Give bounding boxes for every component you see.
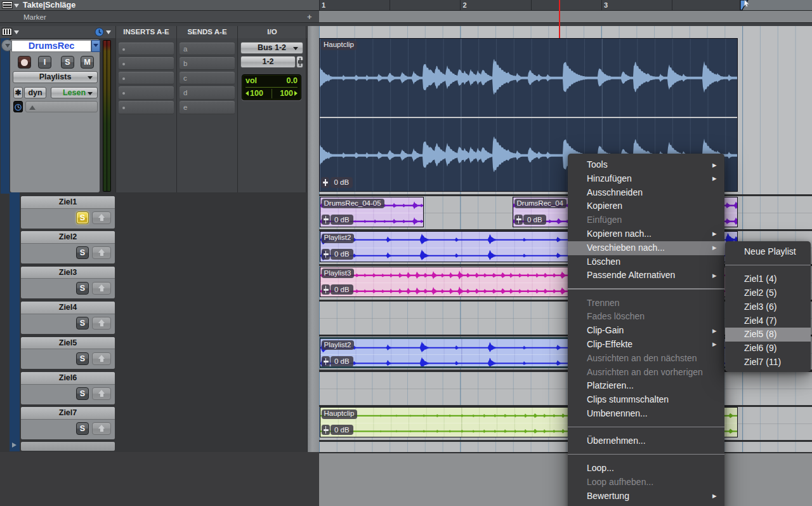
menu-item-hinzuf-gen[interactable]: Hinzufügen▶ <box>568 172 724 186</box>
clip-gain-control[interactable]: 0 dB <box>322 249 353 260</box>
output-window-button[interactable] <box>296 56 303 68</box>
record-enable-button[interactable] <box>18 56 31 69</box>
playlists-selector[interactable]: Playlists <box>13 71 98 83</box>
insert-slot[interactable] <box>119 72 174 85</box>
submenu-item-neue-playlist[interactable]: Neue Playlist <box>725 245 811 259</box>
input-monitor-button[interactable]: I <box>38 56 51 69</box>
elastic-audio-slot[interactable] <box>25 101 98 112</box>
menu-item-bewertung[interactable]: Bewertung▶ <box>568 489 724 503</box>
submenu-item-ziel6-9[interactable]: Ziel6 (9) <box>725 342 811 356</box>
clip-gain-control[interactable]: 0 dB <box>514 215 546 225</box>
lane-name[interactable]: Ziel1 <box>21 196 115 209</box>
track-view-dropdown-icon[interactable] <box>14 30 19 34</box>
insert-slot[interactable] <box>119 86 174 100</box>
bars-beats-ruler[interactable] <box>319 0 812 10</box>
menu-item-verschieben-nach[interactable]: Verschieben nach...▶ <box>568 241 724 255</box>
mute-button[interactable]: M <box>81 56 94 69</box>
clip-ziel1a[interactable]: DrumsRec_04-050 dB <box>320 197 424 228</box>
ruler-list-icon[interactable] <box>2 1 13 9</box>
insert-slot[interactable] <box>119 101 174 114</box>
copy-to-main-button[interactable] <box>92 211 111 224</box>
menu-item-passende-alternativen[interactable]: Passende Alternativen▶ <box>568 269 724 283</box>
lane-expand-arrow-icon[interactable] <box>12 443 16 448</box>
track-view-icon[interactable] <box>2 28 12 36</box>
pane-divider[interactable] <box>307 26 319 452</box>
submenu-item-ziel7-11[interactable]: Ziel7 (11) <box>725 356 811 370</box>
output-path-selector[interactable]: 1-2 <box>240 56 296 68</box>
submenu-item-ziel4-7[interactable]: Ziel4 (7) <box>725 314 811 328</box>
clock-icon[interactable] <box>95 27 104 37</box>
menu-item-clip-gain[interactable]: Clip-Gain▶ <box>568 324 724 338</box>
send-slot[interactable]: a <box>180 43 235 56</box>
lane-solo-button[interactable]: S <box>76 387 89 400</box>
submenu-item-ziel2-5[interactable]: Ziel2 (5) <box>725 286 811 300</box>
timebase-clock-button[interactable] <box>13 101 23 112</box>
send-slot[interactable]: d <box>180 86 235 100</box>
vol-label[interactable]: vol <box>246 75 257 87</box>
menu-item-umbenennen[interactable]: Umbenennen... <box>568 407 724 421</box>
menu-item-clips-stummschalten[interactable]: Clips stummschalten <box>568 393 724 407</box>
track-name[interactable]: DrumsRec <box>11 40 91 52</box>
clip-gain-control[interactable]: 0 dB <box>322 215 353 225</box>
session-end-marker-icon[interactable] <box>740 0 752 11</box>
sends-column-header[interactable]: SENDS A-E <box>177 28 237 36</box>
lane-solo-button[interactable]: S <box>76 422 89 435</box>
menu-item-ausschneiden[interactable]: Ausschneiden <box>568 186 724 200</box>
star-button[interactable]: ✱ <box>13 87 23 98</box>
marker-lane[interactable] <box>319 11 812 22</box>
send-slot[interactable]: c <box>180 72 235 85</box>
lane-solo-button[interactable]: S <box>76 352 89 365</box>
ruler-title[interactable]: Takte|Schläge <box>23 1 75 10</box>
solo-button[interactable]: S <box>61 56 74 69</box>
lane-name[interactable]: Ziel2 <box>21 231 115 244</box>
submenu-item-ziel1-4[interactable]: Ziel1 (4) <box>725 272 811 286</box>
copy-to-main-button[interactable] <box>92 422 111 435</box>
copy-to-main-button[interactable] <box>92 246 111 259</box>
track-name-dropdown[interactable] <box>91 40 100 52</box>
insert-slot[interactable] <box>119 43 174 56</box>
menu-item-clip-effekte[interactable]: Clip-Effekte▶ <box>568 338 724 352</box>
ruler-dropdown-icon[interactable] <box>14 4 19 8</box>
io-column-header[interactable]: I/O <box>238 28 306 36</box>
menu-item-loop[interactable]: Loop... <box>568 462 724 476</box>
lane-name[interactable]: Ziel7 <box>21 407 115 420</box>
menu-item-l-schen[interactable]: Löschen <box>568 255 724 269</box>
submenu-item-ziel3-6[interactable]: Ziel3 (6) <box>725 300 811 314</box>
copy-to-main-button[interactable] <box>92 387 111 400</box>
vol-value[interactable]: 0.0 <box>287 75 298 87</box>
clip-gain-control[interactable]: 0 dB <box>322 284 353 295</box>
playhead-cursor[interactable] <box>559 0 560 38</box>
marker-label[interactable]: Marker <box>23 13 46 21</box>
inserts-column-header[interactable]: INSERTS A-E <box>116 28 176 36</box>
pan-left[interactable]: 100 <box>246 88 263 100</box>
copy-to-main-button[interactable] <box>92 352 111 365</box>
clip-gain-control[interactable]: 0 dB <box>322 425 353 436</box>
menu-item-tools[interactable]: Tools▶ <box>568 158 724 172</box>
menu-item--bernehmen[interactable]: Übernehmen... <box>568 434 724 448</box>
timebase-dropdown-icon[interactable] <box>106 30 111 34</box>
lane-solo-button[interactable]: S <box>76 317 89 330</box>
insert-slot[interactable] <box>119 57 174 70</box>
menu-item-platzieren[interactable]: Platzieren... <box>568 379 724 393</box>
automation-mode-selector[interactable]: Lesen <box>51 87 98 98</box>
menu-item-kopieren[interactable]: Kopieren <box>568 199 724 213</box>
send-slot[interactable]: e <box>180 101 235 114</box>
pan-right[interactable]: 100 <box>280 88 298 100</box>
clip-gain-control[interactable]: 0 dB <box>322 356 353 367</box>
submenu-item-ziel5-8[interactable]: Ziel5 (8) <box>725 328 811 342</box>
copy-to-main-button[interactable] <box>92 282 111 295</box>
send-slot[interactable]: b <box>180 57 235 70</box>
clip-gain-control[interactable]: 0 dB <box>321 177 353 188</box>
copy-to-main-button[interactable] <box>92 317 111 330</box>
partial-lane-row[interactable] <box>319 442 812 452</box>
input-path-selector[interactable]: Bus 1-2 <box>240 42 303 54</box>
add-marker-button[interactable]: + <box>307 12 312 22</box>
menu-item-kopieren-nach[interactable]: Kopieren nach...▶ <box>568 227 724 241</box>
dyn-button[interactable]: dyn <box>24 87 46 98</box>
lane-name[interactable]: Ziel6 <box>21 372 115 385</box>
lane-name[interactable]: Ziel3 <box>21 267 115 279</box>
lane-name[interactable]: Ziel5 <box>21 337 115 350</box>
lane-name[interactable]: Ziel4 <box>21 302 115 314</box>
lane-solo-button[interactable]: S <box>76 211 89 224</box>
lane-solo-button[interactable]: S <box>76 282 89 295</box>
